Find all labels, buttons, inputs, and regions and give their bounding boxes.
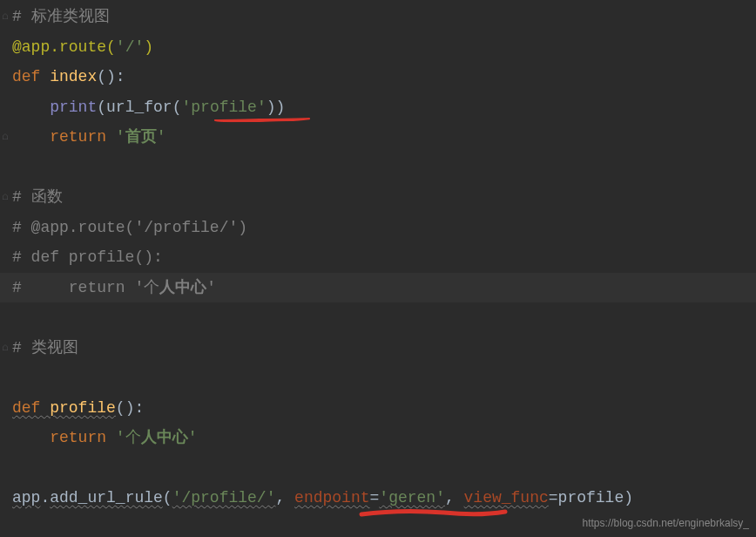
code-line-9[interactable]: # def profile(): bbox=[0, 242, 756, 273]
comment-quote: ' bbox=[206, 273, 216, 302]
code-line-4[interactable]: print(url_for('profile')) bbox=[0, 92, 756, 123]
keyword-def: def bbox=[12, 393, 50, 423]
code-line-16-blank[interactable] bbox=[0, 453, 756, 484]
signature: (): bbox=[116, 393, 144, 423]
comment-hash: # bbox=[12, 273, 69, 302]
comment-hash: # bbox=[12, 182, 31, 212]
string-cjk: 个 bbox=[125, 423, 141, 452]
code-line-11-blank[interactable] bbox=[0, 302, 756, 333]
paren: ) bbox=[624, 483, 633, 513]
comment-text: # @app.route('/profile/') bbox=[12, 213, 247, 242]
gutter-icon: ⌂ bbox=[2, 126, 9, 148]
identifier-val: profile bbox=[558, 483, 624, 513]
indent bbox=[12, 92, 50, 122]
comment-text: # def profile(): bbox=[12, 242, 163, 272]
code-line-2[interactable]: @app.route('/') bbox=[0, 32, 756, 63]
string-cjk: 首页 bbox=[125, 122, 157, 152]
comment-text: return ' bbox=[69, 273, 144, 302]
code-line-13-blank[interactable] bbox=[0, 363, 756, 393]
string-arg: 'profile' bbox=[181, 92, 266, 122]
comment-text: 函 bbox=[31, 182, 47, 212]
string-quote: ' bbox=[116, 423, 125, 452]
paren: ( bbox=[172, 92, 182, 122]
code-line-17[interactable]: app.add_url_rule('/profile/', endpoint='… bbox=[0, 483, 756, 513]
comment-hash: # bbox=[12, 333, 31, 363]
kwarg-name: view_func bbox=[464, 483, 549, 513]
paren: ) bbox=[276, 92, 286, 122]
comment-text: 类视图 bbox=[31, 333, 78, 363]
comment-text: 标准 bbox=[31, 2, 63, 31]
object-name: app bbox=[12, 483, 40, 513]
dot: . bbox=[40, 483, 50, 513]
code-line-7[interactable]: ⌂ # 函数 bbox=[0, 182, 756, 213]
code-line-12[interactable]: ⌂ # 类视图 bbox=[0, 333, 756, 364]
builtin-print: print bbox=[50, 92, 97, 122]
func-name: index bbox=[50, 62, 97, 92]
signature: (): bbox=[97, 62, 125, 92]
comment-text: 类视图 bbox=[63, 2, 110, 31]
string-arg: '/profile/' bbox=[172, 483, 276, 513]
indent bbox=[12, 122, 50, 152]
paren: ( bbox=[97, 92, 106, 122]
keyword-def: def bbox=[12, 62, 50, 92]
string-quote: ' bbox=[157, 122, 166, 152]
gutter-icon: ⌂ bbox=[2, 336, 9, 358]
paren: ( bbox=[106, 32, 116, 62]
route-string: '/' bbox=[116, 32, 144, 62]
func-call: url_for bbox=[106, 92, 172, 122]
func-name: profile bbox=[50, 393, 116, 423]
code-line-6-blank[interactable] bbox=[0, 153, 756, 183]
code-line-3[interactable]: def index(): bbox=[0, 62, 756, 92]
comment-hash: # bbox=[12, 2, 31, 31]
code-line-5[interactable]: ⌂ return '首页' bbox=[0, 122, 756, 153]
comment-cjk-bold: 人中心 bbox=[159, 273, 206, 302]
kwarg-name: endpoint bbox=[294, 483, 369, 513]
method-name: add_url_rule bbox=[50, 483, 163, 513]
code-line-14[interactable]: def profile(): bbox=[0, 393, 756, 424]
keyword-return: return bbox=[50, 423, 116, 452]
equals: = bbox=[370, 483, 380, 513]
comment-cjk: 个 bbox=[144, 273, 159, 302]
string-quote: ' bbox=[116, 122, 125, 152]
code-line-8[interactable]: # @app.route('/profile/') bbox=[0, 213, 756, 243]
code-line-15[interactable]: return '个人中心' bbox=[0, 423, 756, 453]
indent bbox=[12, 423, 50, 452]
paren: ( bbox=[163, 483, 172, 513]
string-val: 'geren' bbox=[379, 483, 445, 513]
string-cjk-bold: 人中心 bbox=[141, 423, 188, 452]
gutter-icon: ⌂ bbox=[2, 6, 9, 28]
keyword-return: return bbox=[50, 122, 116, 152]
comma: , bbox=[445, 483, 464, 513]
watermark-text: https://blog.csdn.net/enginebrkalsy_ bbox=[583, 513, 749, 534]
equals: = bbox=[549, 483, 558, 513]
paren: ) bbox=[267, 92, 276, 122]
gutter-icon: ⌂ bbox=[2, 187, 9, 208]
comment-text: 数 bbox=[47, 182, 63, 212]
string-quote: ' bbox=[188, 423, 198, 452]
comma: , bbox=[275, 483, 294, 513]
paren: ) bbox=[144, 32, 153, 62]
code-line-10-highlighted[interactable]: # return '个人中心' bbox=[0, 273, 756, 303]
code-line-1[interactable]: ⌂ # 标准类视图 bbox=[0, 2, 756, 32]
decorator-name: @app.route bbox=[12, 32, 106, 62]
